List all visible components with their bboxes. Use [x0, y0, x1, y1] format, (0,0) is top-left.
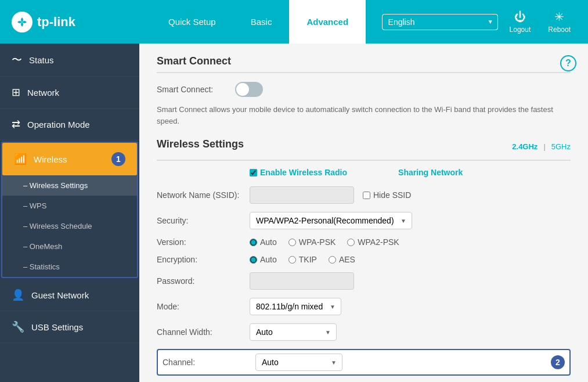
smart-connect-toggle-row: Smart Connect: [157, 82, 571, 97]
sidebar-sub-item-onemesh[interactable]: – OneMesh [2, 236, 137, 257]
sharing-network-link[interactable]: Sharing Network [398, 168, 463, 177]
version-wpa2-radio[interactable] [347, 239, 355, 246]
logout-button[interactable]: ⏻ Logout [504, 8, 537, 37]
logout-icon: ⏻ [514, 10, 526, 24]
network-name-input[interactable] [250, 186, 354, 204]
freq-5g-link[interactable]: 5GHz [551, 142, 571, 151]
header-right: English ⏻ Logout ✳ Reboot [382, 7, 576, 37]
security-control: WPA/WPA2-Personal(Recommended) [250, 212, 571, 229]
tab-basic[interactable]: Basic [233, 0, 290, 44]
sidebar-item-label-operation-mode: Operation Mode [27, 120, 90, 129]
sidebar-item-operation-mode[interactable]: ⇄ Operation Mode [0, 109, 139, 140]
language-selector[interactable]: English [382, 14, 498, 30]
logo-icon [12, 12, 33, 33]
encryption-aes-option[interactable]: AES [329, 255, 355, 264]
version-auto-option[interactable]: Auto [250, 237, 277, 247]
operation-mode-icon: ⇄ [12, 118, 20, 131]
channel-label: Channel: [163, 358, 255, 367]
smart-connect-toggle[interactable] [235, 82, 263, 97]
security-label: Security: [157, 216, 250, 225]
sidebar: 〜 Status ⊞ Network ⇄ Operation Mode 📶 Wi… [0, 44, 139, 382]
badge-2: 2 [551, 355, 565, 369]
sidebar-item-label-network: Network [27, 88, 59, 98]
mode-label: Mode: [157, 302, 250, 311]
password-label: Password: [157, 276, 250, 286]
version-wpa-option[interactable]: WPA-PSK [288, 237, 336, 247]
reboot-icon: ✳ [554, 10, 564, 24]
wireless-icon: 📶 [14, 153, 27, 165]
mode-row: Mode: 802.11b/g/n mixed [157, 298, 571, 315]
encryption-tkip-option[interactable]: TKIP [288, 255, 317, 264]
sidebar-item-label-status: Status [29, 55, 54, 65]
sidebar-sub-item-wireless-schedule[interactable]: – Wireless Schedule [2, 216, 137, 236]
frequency-links: 2.4GHz | 5GHz [512, 142, 571, 151]
help-icon[interactable]: ? [560, 55, 576, 71]
encryption-auto-label: Auto [260, 255, 277, 264]
network-name-row: Network Name (SSID): Hide SSID [157, 186, 571, 204]
encryption-auto-option[interactable]: Auto [250, 255, 277, 264]
network-name-control: Hide SSID [250, 186, 571, 204]
encryption-tkip-label: TKIP [299, 255, 317, 264]
wireless-settings-header: Wireless Settings 2.4GHz | 5GHz [157, 138, 571, 161]
sidebar-item-label-guest-network: Guest Network [31, 290, 89, 300]
usb-settings-icon: 🔧 [12, 320, 24, 333]
encryption-auto-radio[interactable] [250, 256, 257, 264]
version-auto-radio[interactable] [250, 239, 257, 246]
mode-select-wrapper: 802.11b/g/n mixed [250, 298, 341, 315]
hide-ssid-checkbox[interactable] [363, 192, 370, 199]
channel-width-control: Auto [250, 323, 571, 341]
security-select[interactable]: WPA/WPA2-Personal(Recommended) [250, 212, 412, 229]
channel-width-select[interactable]: Auto [250, 323, 337, 341]
sidebar-item-label-usb-settings: USB Settings [31, 322, 83, 332]
wireless-settings-section: Wireless Settings 2.4GHz | 5GHz Enable W… [157, 138, 571, 382]
password-input[interactable] [250, 272, 354, 290]
mode-select[interactable]: 802.11b/g/n mixed [250, 298, 341, 315]
encryption-tkip-radio[interactable] [288, 256, 296, 264]
smart-connect-section: Smart Connect Smart Connect: Smart Conne… [157, 55, 571, 127]
version-auto-label: Auto [260, 237, 277, 247]
sidebar-item-status[interactable]: 〜 Status [0, 44, 139, 77]
wireless-group: 📶 Wireless 1 – Wireless Settings – WPS –… [1, 142, 138, 278]
channel-select[interactable]: Auto [255, 354, 342, 371]
network-icon: ⊞ [12, 86, 20, 99]
password-row: Password: [157, 272, 571, 290]
sidebar-item-usb-settings[interactable]: 🔧 USB Settings [0, 311, 139, 343]
mode-control: 802.11b/g/n mixed [250, 298, 571, 315]
guest-network-icon: 👤 [12, 289, 24, 301]
status-icon: 〜 [12, 53, 22, 67]
tab-advanced[interactable]: Advanced [289, 0, 366, 44]
channel-select-wrapper: Auto [255, 354, 342, 371]
logo-text: tp-link [37, 15, 75, 30]
sidebar-item-label-wireless: Wireless [34, 154, 67, 164]
encryption-aes-radio[interactable] [329, 256, 336, 264]
version-wpa2-option[interactable]: WPA2-PSK [347, 237, 399, 247]
channel-width-label: Channel Width: [157, 327, 250, 337]
language-dropdown[interactable]: English [382, 14, 498, 30]
version-wpa-radio[interactable] [288, 239, 296, 246]
enable-wireless-checkbox[interactable] [250, 169, 257, 176]
version-label: Version: [157, 237, 250, 247]
enable-wireless-label[interactable]: Enable Wireless Radio [250, 168, 347, 177]
channel-width-row: Channel Width: Auto [157, 323, 571, 341]
tab-quick-setup[interactable]: Quick Setup [151, 0, 233, 44]
encryption-label: Encryption: [157, 255, 250, 264]
sidebar-sub-item-statistics[interactable]: – Statistics [2, 257, 137, 277]
version-wpa-label: WPA-PSK [299, 237, 336, 247]
badge-1: 1 [111, 152, 125, 166]
freq-2g-link[interactable]: 2.4GHz [512, 142, 538, 151]
sidebar-sub-item-wps[interactable]: – WPS [2, 196, 137, 216]
logout-label: Logout [510, 26, 531, 34]
enable-wireless-text: Enable Wireless Radio [260, 168, 347, 177]
nav-tabs: Quick Setup Basic Advanced [151, 0, 382, 44]
smart-connect-title: Smart Connect [157, 55, 571, 73]
reboot-button[interactable]: ✳ Reboot [542, 7, 576, 37]
sidebar-item-network[interactable]: ⊞ Network [0, 77, 139, 109]
reboot-label: Reboot [548, 26, 571, 34]
hide-ssid-label: Hide SSID [373, 190, 411, 200]
sidebar-item-guest-network[interactable]: 👤 Guest Network [0, 279, 139, 311]
main-layout: 〜 Status ⊞ Network ⇄ Operation Mode 📶 Wi… [0, 44, 588, 382]
sidebar-item-wireless[interactable]: 📶 Wireless 1 [2, 143, 137, 175]
sidebar-sub-item-wireless-settings[interactable]: – Wireless Settings [2, 175, 137, 196]
header: tp-link Quick Setup Basic Advanced Engli… [0, 0, 588, 44]
security-row: Security: WPA/WPA2-Personal(Recommended) [157, 212, 571, 229]
